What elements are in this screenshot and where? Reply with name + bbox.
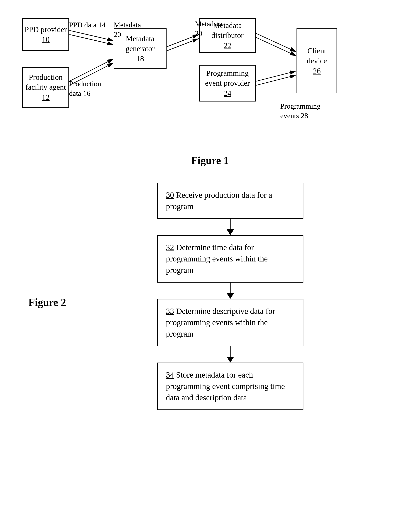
flow-step-33: 33 Determine descriptive data for progra…	[157, 299, 303, 346]
ppd-provider-box: PPD provider10	[22, 18, 69, 51]
client-device-box: Clientdevice26	[296, 28, 337, 93]
production-facility-label: Productionfacility agent12	[25, 72, 66, 102]
ppd-data-label: PPD data 14	[69, 20, 106, 30]
flow-step-33-text: 33 Determine descriptive data for progra…	[166, 307, 275, 338]
page: PPD provider10 Productionfacility agent1…	[0, 0, 420, 528]
svg-line-10	[256, 75, 296, 85]
figure1: PPD provider10 Productionfacility agent1…	[16, 12, 404, 170]
svg-line-9	[256, 71, 296, 81]
client-device-label: Clientdevice26	[307, 46, 327, 76]
metadata-20-right-label: Metadata20	[195, 19, 222, 38]
svg-line-5	[167, 35, 199, 47]
flow-step-30: 30 Receive production data for a program	[157, 183, 303, 219]
programming-events-label: Programmingevents 28	[280, 101, 321, 120]
metadata-20-left-label: Metadata20	[114, 20, 141, 39]
svg-line-7	[256, 34, 296, 52]
figure2: Figure 2 30 Receive production data for …	[16, 183, 404, 410]
flow-step-34-text: 34 Store metadata for each programming e…	[166, 370, 285, 402]
flow-step-32-text: 32 Determine time data for programming e…	[166, 243, 268, 275]
production-data-label: Productiondata 16	[69, 79, 101, 98]
ppd-provider-label: PPD provider10	[25, 24, 67, 45]
flow-step-32: 32 Determine time data for programming e…	[157, 235, 303, 283]
production-facility-box: Productionfacility agent12	[22, 67, 69, 108]
flowchart: 30 Receive production data for a program…	[57, 183, 404, 410]
programming-event-provider-label: Programmingevent provider24	[205, 68, 250, 98]
svg-line-8	[256, 37, 296, 56]
svg-line-3	[69, 59, 113, 81]
figure2-caption: Figure 2	[28, 296, 66, 308]
svg-line-6	[167, 38, 199, 51]
svg-line-1	[69, 35, 113, 45]
flow-step-30-text: 30 Receive production data for a program	[166, 191, 272, 211]
svg-line-2	[69, 30, 113, 41]
programming-event-provider-box: Programmingevent provider24	[199, 65, 256, 101]
figure1-caption: Figure 1	[191, 155, 229, 167]
flow-step-34: 34 Store metadata for each programming e…	[157, 362, 303, 410]
